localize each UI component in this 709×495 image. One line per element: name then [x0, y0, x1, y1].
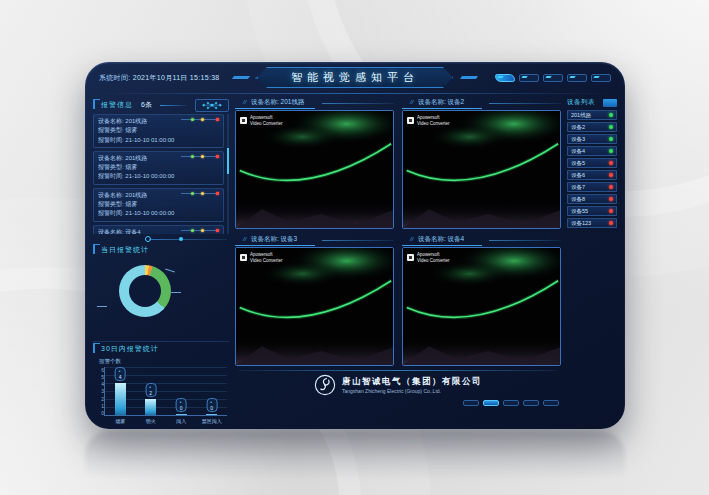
header-bar: 系统时间: 2021年10月11日 15:15:38 智能视觉感知平台 — [85, 62, 625, 94]
monthly-stats-section: 30日内报警统计 报警个数 0123456 4 烟雾 — [93, 341, 229, 425]
watermark-line2: Video Converter — [250, 258, 282, 264]
video-panel-header: 设备名称: 设备4 — [402, 235, 561, 247]
video-panel[interactable]: 设备名称: 201线路 — [235, 98, 394, 229]
device-name: 设备55 — [571, 208, 588, 215]
bar-value-label: 4 — [115, 367, 126, 381]
view-count-button[interactable] — [523, 400, 539, 406]
device-status-dot — [609, 197, 613, 201]
top-nav — [495, 74, 611, 82]
y-tick-label: 1 — [95, 403, 104, 409]
alarm-time-line: 报警时间: 21-10-10 01:00:00 — [98, 136, 219, 145]
alarm-list-item[interactable]: 设备名称: 201线路 报警类型: 烟雾 报警时间: 21-10-10 00:0… — [93, 151, 224, 185]
alarm-level-indicator — [181, 118, 219, 121]
nav-button[interactable] — [495, 74, 515, 82]
alarm-panel-title: 报警信息 — [93, 98, 133, 112]
video-grid: 设备名称: 201线路 — [235, 98, 561, 366]
system-time-value: 2021年10月11日 15:15:38 — [133, 74, 220, 81]
bar-column: 0 禁区闯入 — [205, 367, 219, 415]
company-block: 唐山智诚电气（集团）有限公司 Tangshan Zhicheng Electri… — [235, 374, 561, 396]
nav-button[interactable] — [567, 74, 587, 82]
device-status-dot — [609, 125, 613, 129]
device-status-dot — [609, 149, 613, 153]
device-list-more-button[interactable] — [603, 99, 617, 107]
video-feed[interactable]: Apowersoft Video Converter — [402, 247, 561, 366]
bar-category-label: 明火 — [146, 418, 156, 424]
video-feed[interactable]: Apowersoft Video Converter — [235, 110, 394, 229]
device-list-item[interactable]: 设备4 — [567, 146, 617, 156]
nav-button[interactable] — [543, 74, 563, 82]
device-list-item[interactable]: 201线路 — [567, 110, 617, 120]
video-panel[interactable]: 设备名称: 设备3 — [235, 235, 394, 366]
view-count-button[interactable] — [483, 400, 499, 406]
card-reflection — [85, 431, 625, 491]
device-status-dot — [609, 173, 613, 177]
bar — [145, 399, 156, 415]
view-count-button[interactable] — [463, 400, 479, 406]
alarm-level-indicator — [181, 229, 219, 232]
device-status-dot — [609, 209, 613, 213]
video-panel-title: 设备名称: 设备3 — [251, 235, 297, 242]
video-feed[interactable]: Apowersoft Video Converter — [235, 247, 394, 366]
bar-value-label: 2 — [145, 383, 156, 397]
y-tick-label: 0 — [95, 410, 104, 416]
device-list-item[interactable]: 设备7 — [567, 182, 617, 192]
alarm-level-indicator — [181, 155, 219, 158]
watermark-logo-icon — [407, 117, 414, 124]
device-list-item[interactable]: 设备8 — [567, 194, 617, 204]
page-title: 智能视觉感知平台 — [257, 67, 453, 88]
title-wing-left-icon — [232, 76, 250, 79]
video-frame-art — [403, 111, 560, 228]
bar-value-label: 0 — [176, 398, 187, 412]
circuit-decor — [93, 235, 229, 243]
alarm-list: 设备名称: 201线路 报警类型: 烟雾 报警时间: 21-10-10 01:0… — [93, 114, 229, 234]
system-time: 系统时间: 2021年10月11日 15:15:38 — [99, 73, 220, 83]
video-watermark: Apowersoft Video Converter — [407, 252, 449, 264]
video-watermark: Apowersoft Video Converter — [407, 115, 449, 127]
bar-chart: 0123456 4 烟雾 2 — [93, 365, 229, 425]
y-tick-label: 2 — [95, 396, 104, 402]
bar-category-label: 禁区闯入 — [202, 418, 222, 424]
device-list-item[interactable]: 设备2 — [567, 122, 617, 132]
bar-chart-y-axis: 0123456 — [95, 367, 104, 425]
watermark-line2: Video Converter — [417, 258, 449, 264]
video-feed[interactable]: Apowersoft Video Converter — [402, 110, 561, 229]
alarm-header-rule — [160, 105, 187, 106]
bar — [176, 414, 187, 415]
device-list-item[interactable]: 设备123 — [567, 218, 617, 228]
video-panel[interactable]: 设备名称: 设备2 — [402, 98, 561, 229]
system-time-label: 系统时间: — [99, 74, 130, 81]
bar — [206, 414, 217, 415]
watermark-logo-icon — [240, 117, 247, 124]
video-panel-title: 设备名称: 设备4 — [418, 235, 464, 242]
bar-value-label: 0 — [206, 398, 217, 412]
device-name: 设备123 — [571, 220, 591, 227]
nav-button[interactable] — [591, 74, 611, 82]
watermark-logo-icon — [240, 254, 247, 261]
alarm-scrollbar-thumb[interactable] — [227, 148, 229, 174]
view-count-button[interactable] — [543, 400, 559, 406]
device-status-dot — [609, 185, 613, 189]
nav-button[interactable] — [519, 74, 539, 82]
footer-divider — [239, 370, 557, 371]
device-status-dot — [609, 137, 613, 141]
video-panel[interactable]: 设备名称: 设备4 — [402, 235, 561, 366]
alarm-panel-header: 报警信息 6条 — [93, 98, 229, 112]
alarm-list-item[interactable]: 设备名称: 201线路 报警类型: 烟雾 报警时间: 21-10-10 00:0… — [93, 188, 224, 222]
device-list-item[interactable]: 设备55 — [567, 206, 617, 216]
company-logo-icon — [314, 374, 336, 396]
y-tick-label: 5 — [95, 374, 104, 380]
bar-column: 4 烟雾 — [113, 367, 127, 415]
watermark-line2: Video Converter — [417, 121, 449, 127]
video-watermark: Apowersoft Video Converter — [240, 115, 282, 127]
watermark-logo-icon — [407, 254, 414, 261]
alarm-list-item[interactable]: 设备名称: 设备4 报警类型: 明火 报警时间: 21-10-10 00:00:… — [93, 225, 224, 234]
device-list-item[interactable]: 设备6 — [567, 170, 617, 180]
device-list-item[interactable]: 设备3 — [567, 134, 617, 144]
alarm-list-item[interactable]: 设备名称: 201线路 报警类型: 烟雾 报警时间: 21-10-10 01:0… — [93, 114, 224, 148]
device-list-item[interactable]: 设备5 — [567, 158, 617, 168]
video-panel-header: 设备名称: 设备2 — [402, 98, 561, 110]
bar-category-label: 烟雾 — [115, 418, 125, 424]
view-count-button[interactable] — [503, 400, 519, 406]
alarm-time-line: 报警时间: 21-10-10 00:00:00 — [98, 172, 219, 181]
dashboard-card: 系统时间: 2021年10月11日 15:15:38 智能视觉感知平台 报警信息… — [85, 62, 625, 429]
